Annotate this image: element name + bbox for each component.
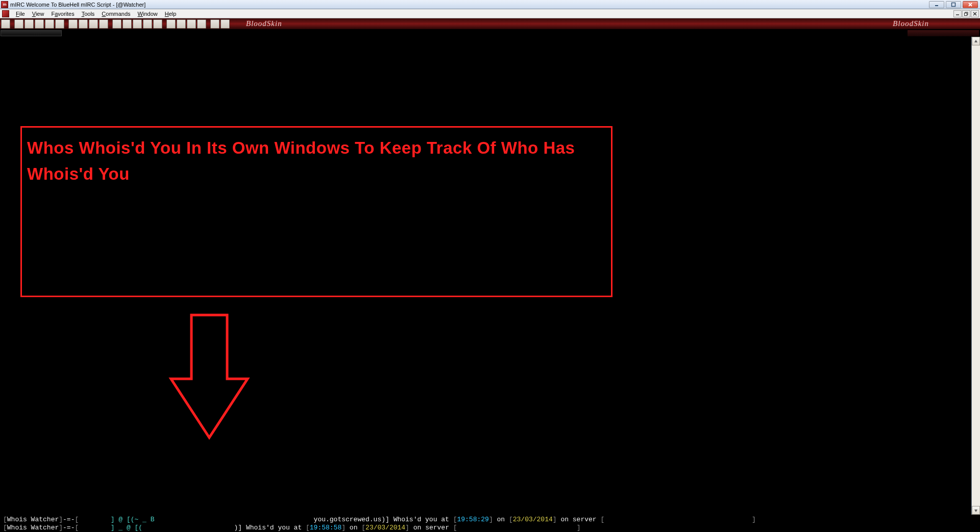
toolbar-button[interactable] [55,19,64,29]
vertical-scrollbar[interactable] [971,37,980,515]
switchbar-tab[interactable] [1,30,62,36]
chat-text-view[interactable]: Whos Whois'd You In Its Own Windows To K… [5,37,971,515]
toolbar-button[interactable] [122,19,132,29]
toolbar-button[interactable] [99,19,108,29]
toolbar-button[interactable] [187,19,196,29]
window-title: mIRC Welcome To BlueHell mIRC Script - [… [10,2,145,8]
maximize-icon [951,2,956,7]
toolbar-button[interactable] [220,19,230,29]
mdi-minimize-button[interactable] [953,10,962,17]
app-icon: m [1,1,8,8]
minimize-button[interactable] [929,1,944,8]
toolbar-button[interactable] [197,19,206,29]
log-line: [Whois Watcher]-=-[ ] _ @ [( )] Whois'd … [3,524,977,532]
toolbar-button[interactable] [112,19,121,29]
window-titlebar: m mIRC Welcome To BlueHell mIRC Script -… [0,0,980,9]
toolbar-button[interactable] [89,19,98,29]
mdi-close-button[interactable] [971,10,979,17]
switchbar [0,30,980,37]
annotation-callout-box: Whos Whois'd You In Its Own Windows To K… [20,126,612,297]
content-area: Whos Whois'd You In Its Own Windows To K… [0,37,980,515]
scroll-up-button[interactable] [972,37,980,45]
menu-window[interactable]: Window [134,9,161,18]
menu-favorites[interactable]: Favorites [47,9,78,18]
scroll-down-button[interactable] [972,506,980,515]
window-controls [929,1,978,8]
svg-rect-6 [965,13,967,16]
close-icon [968,2,973,7]
scroll-track[interactable] [972,45,980,506]
toolbar-button[interactable] [133,19,142,29]
toolbar-button[interactable] [166,19,176,29]
toolbar-button[interactable] [1,19,10,29]
skin-brand-label: BloodSkin [246,19,282,28]
menu-file[interactable]: File [12,9,29,18]
toolbar-button[interactable] [79,19,88,29]
log-line: [Whois Watcher]-=-[ ] @ [(~ _ B you.gots… [3,516,977,524]
toolbar-button[interactable] [210,19,219,29]
toolbar-button[interactable] [45,19,54,29]
toolbar-button[interactable] [153,19,162,29]
menu-tools[interactable]: Tools [78,9,99,18]
mdi-icon[interactable] [2,10,9,17]
annotation-down-arrow-icon [163,312,250,440]
toolbar-button[interactable] [177,19,186,29]
mdi-window-controls [953,10,979,17]
toolbar-button[interactable] [35,19,44,29]
maximize-button[interactable] [946,1,961,8]
toolbar-button[interactable] [143,19,152,29]
toolbar: BloodSkin BloodSkin [0,18,980,30]
mdi-restore-button[interactable] [962,10,970,17]
close-button[interactable] [963,1,978,8]
skin-brand-label-right: BloodSkin [893,19,929,28]
toolbar-button[interactable] [24,19,34,29]
status-log: [Whois Watcher]-=-[ ] @ [(~ _ B you.gots… [0,515,980,532]
toolbar-button[interactable] [68,19,78,29]
minimize-icon [934,2,939,7]
menu-commands[interactable]: Commands [98,9,134,18]
annotation-callout-text: Whos Whois'd You In Its Own Windows To K… [27,135,606,187]
menu-help[interactable]: Help [161,9,180,18]
menu-bar: File View Favorites Tools Commands Windo… [0,9,980,18]
left-gutter [0,37,5,515]
toolbar-button[interactable] [14,19,23,29]
switchbar-right-panel [908,30,979,36]
menu-view[interactable]: View [29,9,48,18]
svg-rect-1 [952,3,955,6]
